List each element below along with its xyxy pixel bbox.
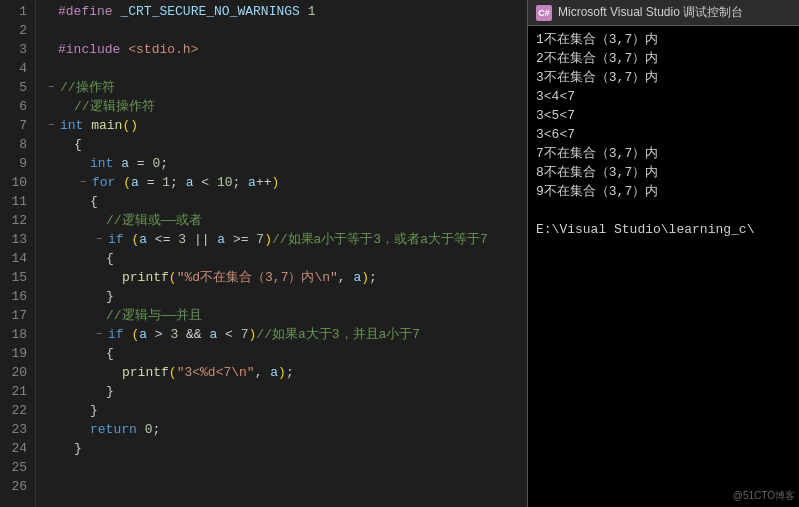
token-var: a (248, 173, 256, 192)
token-paren: ) (272, 173, 280, 192)
console-line: 3<6<7 (536, 125, 791, 144)
line-number: 14 (8, 249, 27, 268)
token-macro: _CRT_SECURE_NO_WARNINGS (120, 2, 299, 21)
console-line (536, 201, 791, 220)
token-plain: , (255, 363, 271, 382)
token-plain: } (74, 439, 82, 458)
line-number: 7 (8, 116, 27, 135)
token-kw-blue: if (108, 230, 124, 249)
fold-icon[interactable]: − (44, 81, 58, 95)
token-include-path: <stdio.h> (128, 40, 198, 59)
token-number: 1 (308, 2, 316, 21)
vs-icon: C# (536, 5, 552, 21)
token-plain: { (74, 135, 82, 154)
token-plain (124, 325, 132, 344)
token-comment: //逻辑操作符 (74, 97, 155, 116)
console-title: Microsoft Visual Studio 调试控制台 (558, 4, 743, 21)
token-plain: ; (170, 173, 186, 192)
token-plain: < (217, 325, 240, 344)
token-paren: ) (264, 230, 272, 249)
token-plain (137, 420, 145, 439)
token-func: printf (122, 268, 169, 287)
line-number: 10 (8, 173, 27, 192)
token-number: 0 (145, 420, 153, 439)
token-define: #define (58, 2, 113, 21)
fold-icon[interactable]: − (92, 328, 106, 342)
token-include-kw: #include (58, 40, 120, 59)
line-number: 18 (8, 325, 27, 344)
token-plain: ; (286, 363, 294, 382)
console-line: 3不在集合（3,7）内 (536, 68, 791, 87)
token-plain (115, 173, 123, 192)
token-var: a (121, 154, 129, 173)
line-number: 26 (8, 477, 27, 496)
token-var: a (209, 325, 217, 344)
line-number: 5 (8, 78, 27, 97)
token-var: a (217, 230, 225, 249)
token-paren: ) (361, 268, 369, 287)
token-number: 7 (256, 230, 264, 249)
token-paren: ( (131, 325, 139, 344)
token-plain: ; (152, 420, 160, 439)
token-paren: () (122, 116, 138, 135)
token-func: main (91, 116, 122, 135)
token-plain: } (106, 382, 114, 401)
line-number: 6 (8, 97, 27, 116)
token-plain (113, 154, 121, 173)
token-plain (83, 116, 91, 135)
token-string: "%d不在集合（3,7）内\n" (177, 268, 338, 287)
line-number: 8 (8, 135, 27, 154)
token-number: 3 (178, 230, 186, 249)
line-number: 12 (8, 211, 27, 230)
token-kw-blue: return (90, 420, 137, 439)
token-plain: >= (225, 230, 256, 249)
token-var: a (139, 325, 147, 344)
line-number: 19 (8, 344, 27, 363)
token-plain: || (186, 230, 217, 249)
console-line: 9不在集合（3,7）内 (536, 182, 791, 201)
token-comment: //如果a大于3，并且a小于7 (256, 325, 420, 344)
token-number: 1 (162, 173, 170, 192)
line-number: 2 (8, 21, 27, 40)
token-paren: ) (278, 363, 286, 382)
console-titlebar: C# Microsoft Visual Studio 调试控制台 (528, 0, 799, 26)
console-line: 3<4<7 (536, 87, 791, 106)
token-comment: //逻辑与——并且 (106, 306, 202, 325)
editor-container: 1234567891011121314151617181920212223242… (0, 0, 799, 507)
line-number: 9 (8, 154, 27, 173)
fold-icon[interactable]: − (76, 176, 90, 190)
line-number: 20 (8, 363, 27, 382)
token-paren: ( (131, 230, 139, 249)
console-line: 1不在集合（3,7）内 (536, 30, 791, 49)
token-comment: //操作符 (60, 78, 115, 97)
console-line: E:\Visual Studio\learning_c\ (536, 220, 791, 239)
token-plain: } (106, 287, 114, 306)
console-line: 3<5<7 (536, 106, 791, 125)
line-number: 11 (8, 192, 27, 211)
token-var: a (186, 173, 194, 192)
token-var: a (139, 230, 147, 249)
token-plain: , (338, 268, 354, 287)
token-kw-blue: if (108, 325, 124, 344)
line-number: 17 (8, 306, 27, 325)
fold-icon[interactable]: − (44, 119, 58, 133)
token-plain: } (90, 401, 98, 420)
line-number: 21 (8, 382, 27, 401)
token-string: "3<%d<7\n" (177, 363, 255, 382)
line-number: 3 (8, 40, 27, 59)
line-number: 16 (8, 287, 27, 306)
token-plain: ; (233, 173, 249, 192)
line-number: 4 (8, 59, 27, 78)
token-plain (300, 2, 308, 21)
console-output: 1不在集合（3,7）内2不在集合（3,7）内3不在集合（3,7）内3<4<73<… (528, 26, 799, 507)
fold-icon[interactable]: − (92, 233, 106, 247)
line-numbers: 1234567891011121314151617181920212223242… (0, 0, 36, 507)
token-plain: = (139, 173, 162, 192)
token-number: 10 (217, 173, 233, 192)
token-paren: ( (169, 363, 177, 382)
token-number: 3 (170, 325, 178, 344)
token-plain: ++ (256, 173, 272, 192)
token-plain: = (129, 154, 152, 173)
token-comment: //逻辑或——或者 (106, 211, 202, 230)
token-var: a (131, 173, 139, 192)
